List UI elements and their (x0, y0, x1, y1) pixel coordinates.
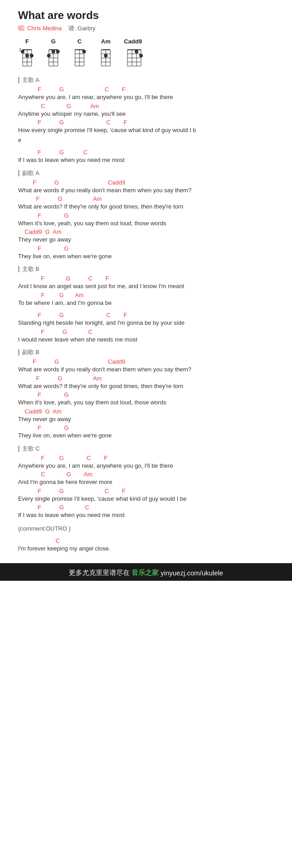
lyric-block-0-2: F G C FHow every single promise I'll kee… (18, 119, 274, 135)
lyric-line-2-1: To be where I am, and I'm gonna be (18, 299, 274, 308)
footer: 更多尤克里里谱尽在 音乐之家 yinyuezj.com/ukulele (0, 563, 292, 581)
chord-line-3-2: F G (18, 391, 274, 398)
song-title: What are words (18, 9, 274, 22)
chord-diagrams: F 2 G (18, 38, 274, 68)
lyric-block-1-1: F G AmWhat are words? If they're only fo… (18, 195, 274, 211)
lyric-block-0-3: e (18, 136, 274, 145)
lyric-block-2-3: F G C FStanding right beside her tonight… (18, 312, 274, 327)
section-4: 主歌 C F G C FAnywhere you are, I am near,… (18, 445, 274, 553)
lyric-line-3-0: What are words if you really don't mean … (18, 365, 274, 374)
svg-point-31 (82, 50, 86, 53)
lyric-line-2-3: Standing right beside her tonight, and I… (18, 318, 274, 327)
section-3: 副歌 B F G Cadd9What are words if you real… (18, 348, 274, 440)
chord-line-4-1: C G Am (18, 471, 274, 478)
chord-line-2-4: F G C (18, 328, 274, 335)
chord-line-0-0: F G C F (18, 86, 274, 93)
section-0: 主歌 A F G C FAnywhere you are, I am near,… (18, 76, 274, 165)
chord-line-1-2: F G (18, 212, 274, 219)
chord-line-1-3: Cadd9 G Am (18, 228, 274, 235)
lyric-line-0-0: Anywhere you are, I am near, anywhere yo… (18, 93, 274, 102)
lyric-block-4-3: F G CIf I was to leave when you need me … (18, 504, 274, 520)
chord-f-grid: 2 (18, 46, 36, 68)
lyric-block-2-1: F G AmTo be where I am, and I'm gonna be (18, 292, 274, 308)
lyric-block-2-2 (18, 308, 274, 311)
chord-c-grid (71, 46, 89, 68)
singer-label: 唱: Chris Medina (18, 25, 62, 32)
svg-point-9 (21, 50, 24, 53)
lyric-block-3-1: F G AmWhat are words? If they're only fo… (18, 375, 274, 391)
lyric-line-1-4: They live on, even when we're gone (18, 252, 274, 261)
lyric-line-4-6 (18, 534, 274, 536)
lyric-line-2-4: I would never leave when she needs me mo… (18, 335, 274, 344)
sections-container: 主歌 A F G C FAnywhere you are, I am near,… (18, 76, 274, 553)
lyric-line-4-5: {comment:OUTRO } (18, 524, 274, 533)
lyric-line-0-4 (18, 145, 274, 148)
lyric-line-4-3: If I was to leave when you need me most (18, 511, 274, 520)
lyric-block-0-0: F G C FAnywhere you are, I am near, anyw… (18, 86, 274, 102)
chord-line-0-2: F G C F (18, 119, 274, 126)
svg-point-11 (30, 54, 33, 57)
chord-am-grid (97, 46, 115, 68)
chord-line-3-4: F G (18, 424, 274, 431)
chord-c: C (71, 38, 89, 68)
lyric-line-0-5: If I was to leave when you need me most (18, 156, 274, 165)
lyric-block-0-4 (18, 145, 274, 148)
chord-cadd9-grid (123, 46, 143, 68)
lyric-block-1-0: F G Cadd9What are words if you really do… (18, 179, 274, 195)
chord-line-1-0: F G Cadd9 (18, 179, 274, 186)
lyric-line-3-3: They never go away (18, 415, 274, 424)
lyric-line-3-2: When it's love, yeah, you say them out l… (18, 398, 274, 407)
chord-cadd9-label: Cadd9 (124, 38, 142, 45)
svg-point-40 (104, 54, 108, 57)
chord-g-label: G (51, 38, 56, 45)
lyric-block-2-4: F G CI would never leave when she needs … (18, 328, 274, 344)
svg-point-51 (139, 54, 143, 57)
chord-g-grid (44, 46, 62, 68)
lyric-line-4-7: I'm forever keeping my angel close. (18, 544, 274, 553)
lyric-line-0-1: Anytime you whisper my name, you'll see (18, 109, 274, 119)
lyric-block-3-4: F GThey live on, even when we're gone (18, 424, 274, 440)
lyric-block-1-4: F GThey live on, even when we're gone (18, 245, 274, 261)
section-title-1: 副歌 A (18, 169, 274, 177)
svg-point-21 (56, 50, 60, 53)
footer-suffix: yinyuezj.com/ukulele (160, 569, 223, 577)
lyric-line-1-1: What are words? If they're only for good… (18, 202, 274, 211)
section-title-4: 主歌 C (18, 445, 274, 453)
svg-point-50 (135, 50, 138, 53)
chord-line-3-0: F G Cadd9 (18, 358, 274, 365)
lyric-line-1-0: What are words if you really don't mean … (18, 186, 274, 195)
section-1: 副歌 A F G Cadd9What are words if you real… (18, 169, 274, 261)
lyric-line-3-1: What are words? If they're only for good… (18, 382, 274, 391)
lyric-line-0-3: e (18, 136, 274, 145)
lyric-line-1-2: When it's love, yeah, you say them out l… (18, 219, 274, 228)
lyric-block-4-7: CI'm forever keeping my angel close. (18, 537, 274, 553)
section-title-0: 主歌 A (18, 76, 274, 84)
chord-line-0-1: C G Am (18, 103, 274, 109)
lyric-block-3-3: Cadd9 G AmThey never go away (18, 408, 274, 424)
footer-brand: 音乐之家 (132, 569, 159, 577)
footer-prefix: 更多尤克里里谱尽在 (69, 569, 130, 577)
page: What are words 唱: Chris Medina 谱: Garbry… (0, 0, 292, 563)
tab-by: Garbry (78, 25, 96, 32)
lyric-line-4-0: Anywhere you are, I am near, anywhere yo… (18, 461, 274, 470)
chord-line-4-0: F G C F (18, 455, 274, 461)
lyric-block-4-1: C G AmAnd I'm gonna be here forever more (18, 471, 274, 487)
lyric-block-4-5: {comment:OUTRO } (18, 524, 274, 533)
chord-line-2-3: F G C F (18, 312, 274, 318)
svg-point-10 (25, 54, 29, 57)
chord-line-4-3: F G C (18, 504, 274, 511)
chord-cadd9: Cadd9 (123, 38, 143, 68)
chord-line-2-0: F G C F (18, 275, 274, 282)
lyric-line-1-3: They never go away (18, 235, 274, 244)
section-title-2: 主歌 B (18, 265, 274, 273)
lyric-block-0-5: F G CIf I was to leave when you need me … (18, 149, 274, 165)
chord-g: G (44, 38, 62, 68)
svg-point-20 (52, 50, 55, 53)
section-2: 主歌 B F G C FAnd I know an angel was sent… (18, 265, 274, 344)
lyric-line-0-2: How every single promise I'll keep, 'cau… (18, 126, 274, 135)
lyric-block-3-2: F GWhen it's love, yeah, you say them ou… (18, 391, 274, 407)
lyric-block-1-2: F GWhen it's love, yeah, you say them ou… (18, 212, 274, 228)
section-title-3: 副歌 B (18, 348, 274, 356)
chord-line-1-4: F G (18, 245, 274, 252)
lyric-block-4-0: F G C FAnywhere you are, I am near, anyw… (18, 455, 274, 470)
